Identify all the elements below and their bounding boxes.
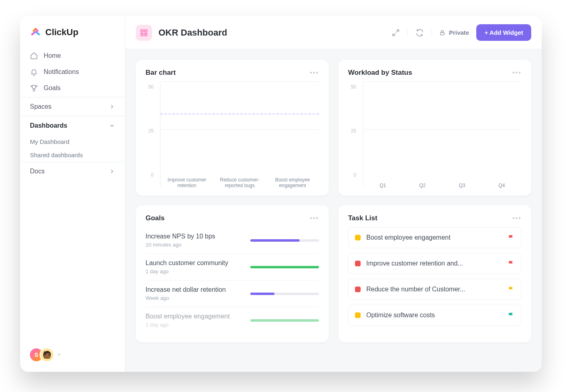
goal-name: Increase net dollar retention [146,286,226,293]
section-spaces-label: Spaces [30,103,51,110]
bar-chart: 50250 Improve customer retentionReduce c… [146,82,319,187]
priority-flag-icon[interactable] [507,234,515,241]
widget-grid: Bar chart ••• 50250 Improve customer ret… [136,60,531,342]
chevron-right-icon [109,168,115,175]
goal-name: Boost employee engagement [146,313,230,320]
nav-home-label: Home [44,52,61,59]
section-docs-label: Docs [30,168,44,175]
card-menu-icon[interactable]: ••• [512,215,522,222]
svg-rect-1 [145,30,147,32]
task-name: Boost employee engagement [366,234,502,241]
priority-flag-icon[interactable] [507,286,515,293]
svg-rect-0 [141,30,144,32]
chevron-down-icon [109,122,115,129]
workload-chart: 50250 Q1Q2Q3Q4 [348,82,522,187]
card-title: Task List [348,214,377,222]
x-axis-label: Q2 [403,183,442,188]
nav-notifications[interactable]: Notifications [20,64,125,80]
chevron-right-icon [109,103,115,110]
card-goals: Goals ••• Increase NPS by 10 bps10 minut… [136,205,329,342]
goal-name: Launch customer community [146,259,228,267]
goal-timestamp: 1 day ago [146,322,230,328]
bell-icon [30,68,38,76]
dashboard-icon [136,25,152,41]
card-menu-icon[interactable]: ••• [310,215,319,222]
goals-list: Increase NPS by 10 bps10 minutes agoLaun… [146,227,319,333]
goal-row[interactable]: Launch customer community1 day ago [146,254,319,280]
section-spaces[interactable]: Spaces [20,97,125,116]
goal-name: Increase NPS by 10 bps [146,233,215,240]
divider [408,28,408,37]
nav-goals-label: Goals [44,84,61,92]
card-tasks: Task List ••• Boost employee engagementI… [338,205,531,342]
sidebar: ClickUp Home Notifications Goals Spaces … [20,16,125,372]
card-title: Goals [146,214,165,222]
privacy-label: Private [449,29,469,36]
card-menu-icon[interactable]: ••• [512,69,522,76]
bar-chart-plot: Improve customer retentionReduce custome… [160,82,319,187]
status-square-icon [355,261,361,266]
task-list: Boost employee engagementImprove custome… [348,227,522,326]
avatar-teammate: 🧑🏾 [40,348,54,362]
task-name: Optimize software costs [366,312,502,319]
card-workload: Workload by Status ••• 50250 Q1Q2Q3Q4 [338,60,531,196]
divider [431,28,432,37]
x-axis-label: Q4 [482,183,522,188]
card-title: Bar chart [146,69,176,77]
goal-timestamp: 1 day ago [146,268,228,274]
topbar-left: OKR Dashboard [136,25,227,41]
clickup-logo-icon [30,27,41,38]
trophy-icon [30,84,38,92]
x-axis-label: Improve customer retention [161,177,213,188]
nav-goals[interactable]: Goals [20,80,125,96]
goal-timestamp: Week ago [146,295,226,301]
goal-row[interactable]: Increase net dollar retentionWeek ago [146,280,319,307]
progress-bar [250,319,319,322]
topbar-right: Private + Add Widget [391,24,531,41]
workload-chart-plot: Q1Q2Q3Q4 [363,82,522,187]
goal-timestamp: 10 minutes ago [146,242,215,248]
task-row[interactable]: Reduce the number of Customer... [348,279,522,300]
goal-row[interactable]: Boost employee engagement1 day ago [146,307,319,333]
svg-rect-4 [441,32,444,35]
goal-row[interactable]: Increase NPS by 10 bps10 minutes ago [146,227,319,254]
priority-flag-icon[interactable] [507,312,515,319]
nav-top: Home Notifications Goals [20,47,125,97]
x-axis-label: Q3 [442,183,482,188]
user-avatar-stack[interactable]: S 🧑🏾 [29,348,61,362]
card-bar-chart: Bar chart ••• 50250 Improve customer ret… [136,60,329,196]
x-axis-label: Reduce customer-reported bugs [213,177,266,188]
privacy-toggle[interactable]: Private [439,29,469,36]
task-row[interactable]: Boost employee engagement [348,227,522,248]
section-dashboards[interactable]: Dashboards [20,116,125,135]
progress-bar [250,239,319,242]
status-square-icon [355,312,361,318]
svg-rect-2 [141,33,144,36]
priority-flag-icon[interactable] [507,260,515,267]
sidebar-item-shared-dashboards[interactable]: Shared dashboards [20,148,125,162]
status-square-icon [355,287,361,292]
app-shell: ClickUp Home Notifications Goals Spaces … [20,16,542,372]
brand: ClickUp [20,16,125,47]
task-row[interactable]: Optimize software costs [348,305,522,326]
task-row[interactable]: Improve customer retention and... [348,253,522,274]
expand-icon[interactable] [391,28,400,37]
status-square-icon [355,235,361,240]
main: OKR Dashboard Private + Add Widget B [125,16,542,372]
card-menu-icon[interactable]: ••• [310,69,319,76]
progress-bar [250,293,319,295]
task-name: Reduce the number of Customer... [366,286,502,293]
brand-name: ClickUp [45,27,78,38]
lock-icon [439,30,446,36]
caret-down-icon [57,352,61,357]
content: Bar chart ••• 50250 Improve customer ret… [125,49,542,372]
topbar: OKR Dashboard Private + Add Widget [125,16,542,49]
home-icon [30,52,38,60]
refresh-icon[interactable] [415,28,424,37]
nav-home[interactable]: Home [20,48,125,64]
add-widget-button[interactable]: + Add Widget [476,24,531,41]
x-axis-label: Boost employee engagement [266,177,319,188]
sidebar-item-my-dashboard[interactable]: My Dashboard [20,135,125,148]
section-docs[interactable]: Docs [20,162,125,181]
x-axis-label: Q1 [363,183,403,188]
